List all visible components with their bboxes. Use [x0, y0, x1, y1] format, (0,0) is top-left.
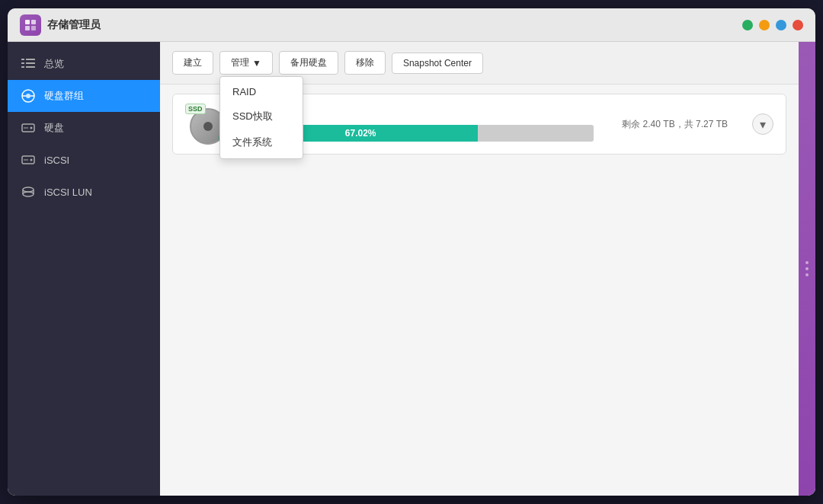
svg-rect-0: [25, 20, 30, 24]
svg-point-15: [30, 127, 33, 129]
disk-stats: 剩余 2.40 TB，共 7.27 TB: [622, 118, 728, 131]
chevron-down-icon: ▾: [760, 117, 766, 132]
svg-point-23: [23, 192, 34, 196]
sidebar-item-hard-disk[interactable]: 硬盘: [8, 112, 160, 144]
svg-point-11: [26, 94, 30, 98]
progress-label: 67.02%: [345, 128, 376, 139]
svg-point-18: [30, 159, 33, 161]
sidebar: 总览 硬盘群组: [8, 42, 160, 496]
sidebar-item-iscsi-lun[interactable]: iSCSI LUN: [8, 176, 160, 208]
panel-dot-3: [805, 273, 809, 276]
svg-rect-8: [21, 66, 24, 68]
expand-button[interactable]: ▾: [752, 113, 773, 135]
traffic-light-yellow[interactable]: [759, 20, 770, 30]
sidebar-item-overview[interactable]: 总览: [8, 48, 160, 80]
svg-rect-1: [31, 20, 36, 24]
ssd-badge: SSD: [185, 104, 206, 114]
app-window: 存储管理员 总览: [8, 8, 815, 496]
traffic-light-green[interactable]: [742, 20, 753, 30]
sidebar-label-iscsi-lun: iSCSI LUN: [44, 187, 92, 198]
manage-dropdown-wrapper: 管理 ▼ RAID SSD快取 文件系统: [219, 51, 273, 75]
traffic-light-blue[interactable]: [776, 20, 786, 30]
title-bar: 存储管理员: [8, 8, 815, 42]
snapshot-button[interactable]: Snapshot Center: [392, 53, 483, 74]
sidebar-label-hard-disk: 硬盘: [44, 121, 64, 135]
remove-button[interactable]: 移除: [344, 51, 386, 75]
disk-group-icon: [20, 88, 37, 104]
svg-rect-2: [25, 26, 30, 30]
sidebar-label-disk-group: 硬盘群组: [44, 89, 84, 103]
iscsi-lun-icon: [20, 183, 37, 200]
dropdown-item-filesystem[interactable]: 文件系统: [220, 129, 303, 155]
content-area: 建立 管理 ▼ RAID SSD快取 文件系统 备用硬盘 移除 Snapshot: [160, 42, 799, 496]
iscsi-icon: [20, 152, 37, 168]
sidebar-label-iscsi: iSCSI: [44, 155, 69, 166]
svg-rect-5: [26, 59, 35, 60]
svg-rect-4: [21, 59, 24, 60]
svg-rect-7: [26, 62, 35, 64]
app-icon: [20, 14, 41, 36]
dropdown-item-raid[interactable]: RAID: [220, 80, 303, 104]
panel-dot-1: [805, 261, 809, 264]
panel-dot-2: [805, 267, 809, 270]
hdd-icon: [20, 120, 37, 136]
list-icon: [20, 56, 37, 72]
sidebar-item-disk-group[interactable]: 硬盘群组: [8, 80, 160, 112]
sidebar-label-overview: 总览: [44, 57, 64, 71]
traffic-light-red[interactable]: [793, 20, 803, 30]
manage-button[interactable]: 管理 ▼: [219, 51, 273, 75]
manage-dropdown-menu: RAID SSD快取 文件系统: [219, 76, 303, 159]
manage-label: 管理: [231, 56, 249, 69]
main-layout: 总览 硬盘群组: [8, 42, 815, 496]
traffic-lights: [742, 20, 803, 30]
app-title: 存储管理员: [47, 18, 101, 32]
dropdown-item-ssd-cache[interactable]: SSD快取: [220, 104, 303, 129]
manage-dropdown-icon: ▼: [252, 58, 261, 69]
sidebar-item-iscsi[interactable]: iSCSI: [8, 144, 160, 176]
toolbar: 建立 管理 ▼ RAID SSD快取 文件系统 备用硬盘 移除 Snapshot: [160, 42, 799, 85]
svg-rect-6: [21, 62, 24, 64]
backup-button[interactable]: 备用硬盘: [279, 51, 338, 75]
svg-rect-3: [31, 26, 36, 30]
svg-point-20: [23, 187, 34, 192]
svg-rect-9: [26, 66, 35, 68]
right-panel: [799, 42, 815, 496]
create-button[interactable]: 建立: [172, 51, 213, 75]
